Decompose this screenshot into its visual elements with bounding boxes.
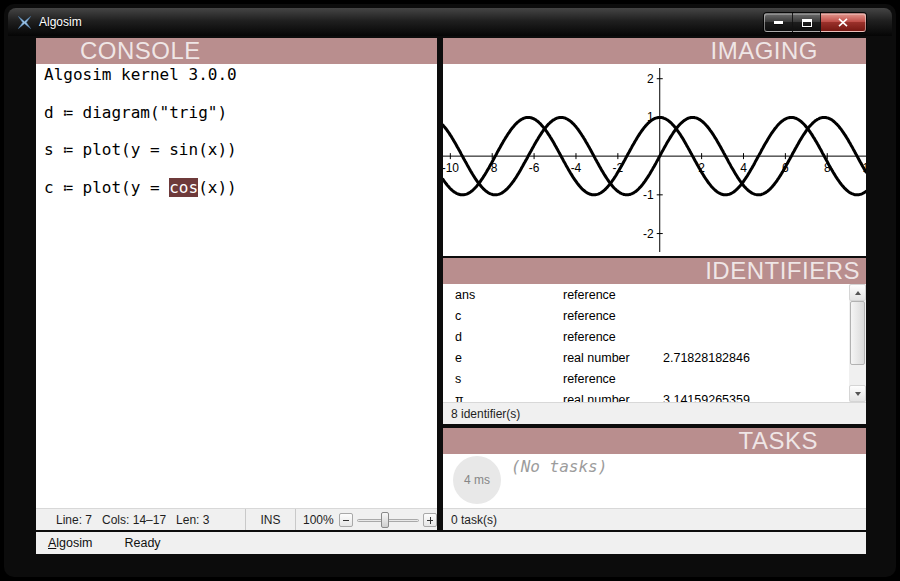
plot-svg: -10-8-6-4-2246810-2-112 bbox=[443, 64, 866, 256]
minimize-icon bbox=[774, 21, 783, 24]
status-line: Line: 7 bbox=[56, 513, 92, 527]
console-line: d ≔ diagram("trig") bbox=[44, 104, 437, 123]
titlebar[interactable]: Algosim bbox=[8, 8, 892, 36]
console-line bbox=[44, 85, 437, 104]
status-cols: Cols: 14–17 bbox=[102, 513, 166, 527]
identifiers-list[interactable]: ansreferencecreferencedreferenceereal nu… bbox=[443, 284, 849, 402]
caret-position-status: Line: 7 Cols: 14–17 Len: 3 bbox=[36, 509, 246, 530]
zoom-slider[interactable] bbox=[357, 511, 419, 529]
imaging-header: IMAGING bbox=[443, 38, 866, 64]
time-badge-label: 4 ms bbox=[464, 473, 490, 487]
identifiers-header-label: IDENTIFIERS bbox=[705, 258, 860, 284]
svg-text:4: 4 bbox=[740, 161, 747, 175]
console-header-label: CONSOLE bbox=[80, 38, 201, 64]
svg-text:-6: -6 bbox=[529, 161, 540, 175]
zoom-controls: 100% bbox=[296, 509, 437, 530]
scroll-down-button[interactable] bbox=[849, 385, 866, 402]
scroll-up-icon bbox=[855, 291, 861, 295]
console-line bbox=[44, 122, 437, 141]
svg-text:-10: -10 bbox=[443, 161, 459, 175]
no-tasks-label: (No tasks) bbox=[511, 457, 607, 476]
zoom-in-button[interactable] bbox=[423, 513, 437, 527]
close-button[interactable] bbox=[821, 13, 866, 32]
svg-text:-1: -1 bbox=[643, 188, 654, 202]
imaging-header-label: IMAGING bbox=[710, 38, 818, 64]
ready-status: Ready bbox=[124, 536, 160, 550]
close-icon bbox=[838, 18, 848, 27]
tasks-body: 4 ms (No tasks) bbox=[443, 454, 866, 508]
console-header: CONSOLE bbox=[36, 38, 437, 64]
minimize-button[interactable] bbox=[764, 13, 793, 32]
zoom-level: 100% bbox=[303, 513, 335, 527]
window-title: Algosim bbox=[39, 15, 82, 29]
trig-diagram-view[interactable]: -10-8-6-4-2246810-2-112 bbox=[443, 64, 866, 256]
imaging-panel: IMAGING -10-8-6-4-2246810-2-112 bbox=[443, 38, 866, 256]
tasks-statusbar: 0 task(s) bbox=[443, 508, 866, 530]
time-badge: 4 ms bbox=[453, 456, 501, 504]
maximize-icon bbox=[802, 19, 812, 27]
tasks-header-label: TASKS bbox=[739, 428, 818, 454]
screen: Algosim CONSOLE Algosim kernel 3.0.0d ≔ … bbox=[0, 0, 900, 581]
insert-mode-label: INS bbox=[260, 513, 280, 527]
zoom-out-button[interactable] bbox=[339, 513, 353, 527]
identifier-count: 8 identifier(s) bbox=[451, 407, 520, 421]
scroll-down-icon bbox=[855, 392, 861, 396]
maximize-button[interactable] bbox=[793, 13, 821, 32]
console-line bbox=[44, 160, 437, 179]
app-icon bbox=[16, 14, 32, 30]
console-panel: CONSOLE Algosim kernel 3.0.0d ≔ diagram(… bbox=[36, 38, 437, 530]
svg-text:-2: -2 bbox=[643, 227, 654, 241]
insert-mode-status: INS bbox=[246, 509, 296, 530]
identifiers-header: IDENTIFIERS bbox=[443, 258, 866, 284]
scrollbar-thumb[interactable] bbox=[850, 301, 865, 365]
svg-text:2: 2 bbox=[647, 72, 654, 86]
minus-icon bbox=[343, 520, 349, 521]
identifier-row[interactable]: πreal number3.14159265359 bbox=[443, 389, 849, 402]
identifiers-panel: IDENTIFIERS ansreferencecreferencedrefer… bbox=[443, 258, 866, 424]
app-statusbar: Algosim Ready bbox=[36, 532, 866, 554]
console-line: c ≔ plot(y = cos(x)) bbox=[44, 179, 437, 198]
task-count: 0 task(s) bbox=[451, 513, 497, 527]
identifier-row[interactable]: sreference bbox=[443, 368, 849, 389]
scroll-up-button[interactable] bbox=[849, 284, 866, 301]
console-line: Algosim kernel 3.0.0 bbox=[44, 66, 437, 85]
selected-text: cos bbox=[169, 178, 198, 197]
status-len: Len: 3 bbox=[176, 513, 209, 527]
algosim-menu[interactable]: Algosim bbox=[48, 536, 92, 550]
identifier-row[interactable]: creference bbox=[443, 305, 849, 326]
tasks-header: TASKS bbox=[443, 428, 866, 454]
tasks-panel: TASKS 4 ms (No tasks) 0 task(s) bbox=[443, 428, 866, 530]
identifier-row[interactable]: dreference bbox=[443, 326, 849, 347]
console-statusbar: Line: 7 Cols: 14–17 Len: 3 INS 100% bbox=[36, 508, 437, 530]
caption-buttons bbox=[764, 13, 866, 32]
console-line: s ≔ plot(y = sin(x)) bbox=[44, 141, 437, 160]
zoom-slider-thumb[interactable] bbox=[381, 512, 389, 528]
identifier-row[interactable]: ansreference bbox=[443, 284, 849, 305]
identifiers-statusbar: 8 identifier(s) bbox=[443, 402, 866, 424]
console-editor[interactable]: Algosim kernel 3.0.0d ≔ diagram("trig")s… bbox=[36, 64, 437, 508]
identifier-row[interactable]: ereal number2.71828182846 bbox=[443, 347, 849, 368]
identifiers-scrollbar[interactable] bbox=[849, 284, 866, 402]
